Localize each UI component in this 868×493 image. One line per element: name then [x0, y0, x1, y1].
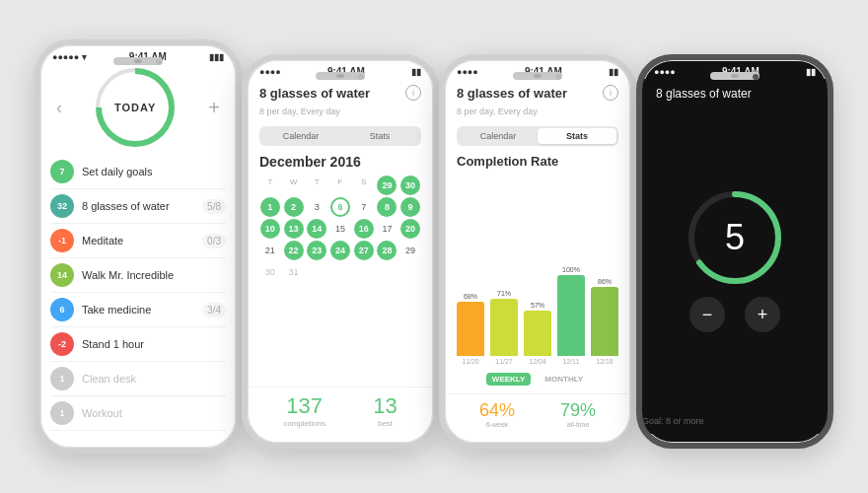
rate-6week: 64% 6-week — [479, 400, 515, 428]
add-habit-button[interactable]: + — [208, 97, 220, 119]
cal-cell: 15 — [330, 219, 350, 239]
habit-name: Take medicine — [82, 304, 194, 316]
minus-button[interactable]: − — [689, 297, 725, 332]
tab-stats-3[interactable]: Stats — [538, 128, 616, 144]
phone-1: ●●●●● ▾ 9:41 AM ▮▮▮ ‹ TODAY + 7 Set dail… — [35, 39, 242, 454]
battery-3: ▮▮ — [609, 67, 618, 77]
habit-item[interactable]: 7 Set daily goals — [50, 155, 226, 189]
cal-cell: 9 — [400, 197, 420, 217]
best-value: 13 — [373, 393, 397, 419]
habit-item[interactable]: 1 Workout — [50, 396, 226, 431]
habit-count: 5/8 — [202, 199, 226, 214]
weekly-toggle[interactable]: WEEKLY — [486, 373, 532, 386]
cal-cell: 7 — [354, 197, 374, 217]
best-stat: 13 best — [373, 393, 397, 428]
today-header: ‹ TODAY + — [40, 64, 236, 155]
cal-cell: 6 — [330, 197, 350, 217]
habit-badge: 7 — [50, 160, 74, 183]
bar — [457, 302, 484, 356]
signal-3: ●●●● — [457, 67, 478, 77]
cal-cell: 1 — [260, 197, 280, 217]
cal-cell: 17 — [377, 219, 397, 239]
habit-item[interactable]: -1 Meditate 0/3 — [50, 224, 226, 258]
phone-3: ●●●● 9:41 AM ▮▮ 8 glasses of water i 8 p… — [439, 54, 636, 449]
rate-alltime-value: 79% — [560, 400, 596, 421]
chart-title: Completion Rate — [457, 154, 618, 169]
habit-name: Set daily goals — [82, 166, 226, 177]
completions-stat: 137 completions — [283, 393, 326, 428]
tab-stats-2[interactable]: Stats — [340, 128, 419, 144]
best-label: best — [373, 419, 397, 428]
rate-alltime: 79% all-time — [560, 400, 596, 428]
cal-cell: 20 — [400, 219, 420, 239]
back-button[interactable]: ‹ — [56, 98, 62, 118]
habit-name: Stand 1 hour — [82, 338, 226, 350]
completions-value: 137 — [283, 393, 326, 419]
cal-cell: 30 — [400, 176, 420, 195]
habit-item[interactable]: -2 Stand 1 hour — [50, 327, 226, 362]
cal-cell: 22 — [284, 241, 304, 260]
cal-cell: 3 — [307, 197, 326, 217]
habit-badge: -2 — [50, 332, 74, 356]
cal-cell: 29 — [377, 176, 397, 195]
detail-header-3: 8 glasses of water i 8 per day, Every da… — [445, 79, 630, 122]
bar-label: 12/04 — [529, 358, 546, 365]
phone4-screen: 8 glasses of water 5 − + Goal: 8 or more — [642, 79, 828, 434]
bar — [557, 275, 585, 356]
detail-title-2: 8 glasses of water — [259, 86, 370, 101]
battery-2: ▮▮ — [411, 67, 421, 77]
habit-count: 3/4 — [202, 303, 226, 317]
cal-cell: 21 — [260, 241, 280, 260]
cal-hdr-s: S — [353, 176, 375, 195]
chart-bar-wrap: 100% 12/11 — [557, 266, 585, 365]
signal-icons: ●●●●● ▾ — [52, 52, 87, 62]
time-toggle: WEEKLY MONTHLY — [457, 369, 618, 389]
cal-cell: 16 — [354, 219, 374, 239]
info-button-2[interactable]: i — [405, 85, 421, 101]
dark-title: 8 glasses of water — [642, 79, 828, 105]
habit-badge: -1 — [50, 229, 74, 252]
water-controls: − + — [689, 297, 780, 332]
habits-list: 7 Set daily goals 32 8 glasses of water … — [40, 155, 236, 439]
habit-item[interactable]: 14 Walk Mr. Incredible — [50, 258, 226, 293]
status-bar-2: ●●●● 9:41 AM ▮▮ — [248, 60, 433, 79]
detail-subtitle-2: 8 per day, Every day — [259, 106, 340, 116]
cal-cell: 10 — [260, 219, 280, 239]
habit-badge: 6 — [50, 298, 74, 321]
tab-calendar-3[interactable]: Calendar — [459, 128, 538, 144]
bar-pct: 68% — [464, 293, 477, 300]
phone3-screen: 8 glasses of water i 8 per day, Every da… — [445, 79, 630, 434]
tab-calendar-2[interactable]: Calendar — [261, 128, 340, 144]
habit-name: 8 glasses of water — [82, 200, 194, 212]
info-button-3[interactable]: i — [603, 85, 618, 101]
detail-header-2: 8 glasses of water i 8 per day, Every da… — [248, 79, 433, 122]
cal-hdr-t2: T — [306, 176, 327, 195]
detail-subtitle-3: 8 per day, Every day — [457, 106, 538, 116]
plus-button[interactable]: + — [745, 297, 780, 332]
cal-cell: 30 — [260, 262, 280, 282]
bar-pct: 57% — [531, 302, 544, 309]
cal-hdr-f: F — [329, 176, 351, 195]
cal-hdr-t1: T — [259, 176, 281, 195]
habit-name: Meditate — [82, 235, 194, 246]
habit-item[interactable]: 1 Clean desk — [50, 362, 226, 396]
water-counter-area: 5 − + — [642, 105, 828, 416]
habit-name: Clean desk — [82, 373, 226, 385]
habit-badge: 1 — [50, 367, 74, 390]
rate-6week-value: 64% — [479, 400, 515, 421]
monthly-toggle[interactable]: MONTHLY — [539, 373, 589, 386]
habit-item[interactable]: 6 Take medicine 3/4 — [50, 293, 226, 327]
tab-bar-3: Calendar Stats — [457, 126, 618, 146]
phones-container: ●●●●● ▾ 9:41 AM ▮▮▮ ‹ TODAY + 7 Set dail… — [0, 0, 868, 493]
bar-label: 12/18 — [596, 358, 614, 365]
signal-2: ●●●● — [259, 67, 281, 77]
chart-bar-wrap: 57% 12/04 — [524, 302, 551, 365]
chart-bar-wrap: 68% 11/20 — [457, 293, 484, 365]
habit-badge: 32 — [50, 194, 74, 218]
cal-cell: 14 — [307, 219, 326, 239]
today-label: TODAY — [102, 74, 169, 141]
habit-name: Walk Mr. Incredible — [82, 269, 226, 281]
cal-cell: 23 — [307, 241, 326, 260]
habit-item[interactable]: 32 8 glasses of water 5/8 — [50, 189, 226, 224]
completions-label: completions — [283, 419, 326, 428]
